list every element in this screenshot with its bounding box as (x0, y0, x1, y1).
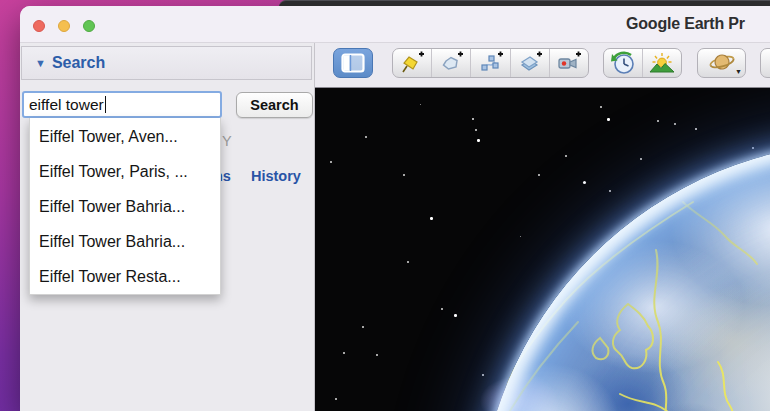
suggestion-item[interactable]: Eiffel Tower Resta... (30, 259, 220, 294)
star (420, 104, 421, 105)
partial-toolbar-group (760, 48, 770, 78)
suggestion-item[interactable]: Eiffel Tower Bahria... (30, 189, 220, 224)
star (430, 217, 433, 220)
historical-imagery-button[interactable] (604, 49, 642, 77)
camcorder-icon (556, 51, 582, 75)
star (640, 158, 642, 160)
star (565, 155, 567, 157)
image-overlay-icon (517, 51, 543, 75)
obscured-text-fragment: Y (222, 133, 232, 149)
add-placemark-button[interactable] (393, 49, 431, 77)
main-content: ▼ (315, 43, 770, 411)
sunlight-button[interactable] (642, 49, 681, 77)
path-icon (478, 51, 504, 75)
star (520, 236, 521, 237)
star (362, 326, 364, 328)
star (607, 118, 610, 121)
search-button[interactable]: Search (236, 92, 313, 118)
star (343, 352, 345, 354)
add-polygon-button[interactable] (431, 49, 470, 77)
country-borders-lines (478, 142, 770, 411)
minimize-window-button[interactable] (58, 20, 70, 32)
star (475, 129, 477, 131)
add-image-overlay-button[interactable] (510, 49, 549, 77)
imagery-tools-group (603, 48, 682, 78)
star (657, 120, 659, 122)
star (600, 106, 602, 108)
suggestion-item[interactable]: Eiffel Tower, Aven... (30, 119, 220, 154)
dropdown-arrow-icon: ▼ (735, 68, 742, 75)
search-input[interactable]: eiffel tower (22, 91, 222, 118)
search-suggestions: Eiffel Tower, Aven...Eiffel Tower, Paris… (29, 118, 221, 295)
suggestion-item[interactable]: Eiffel Tower, Paris, ... (30, 154, 220, 189)
star (454, 314, 457, 317)
star (482, 374, 484, 376)
search-panel-title: Search (52, 54, 105, 72)
saturn-icon (707, 50, 737, 76)
star (330, 161, 332, 163)
star (335, 398, 337, 400)
search-panel-header[interactable]: ▼ Search (21, 46, 312, 80)
history-link[interactable]: History (251, 168, 301, 184)
switch-planet-button[interactable]: ▼ (698, 49, 745, 77)
star (376, 354, 378, 356)
suggestion-item[interactable]: Eiffel Tower Bahria... (30, 224, 220, 259)
pushpin-icon (399, 51, 425, 75)
polygon-icon (438, 51, 464, 75)
text-caret (105, 96, 107, 113)
star (609, 190, 611, 192)
app-window: Google Earth Pr ▼ Search Y ns History ei… (20, 6, 770, 411)
zoom-window-button[interactable] (83, 20, 95, 32)
clipped-toolbar-button[interactable] (761, 49, 770, 77)
titlebar: Google Earth Pr (20, 6, 770, 43)
sunrise-icon (649, 51, 675, 75)
search-input-value: eiffel tower (29, 96, 104, 114)
toggle-sidebar-button[interactable] (333, 48, 373, 78)
close-window-button[interactable] (33, 20, 45, 32)
star (477, 139, 480, 142)
star (752, 147, 754, 149)
star (695, 128, 697, 130)
collapse-triangle-icon[interactable]: ▼ (35, 57, 46, 69)
clock-history-icon (610, 50, 636, 76)
creation-tools-group (392, 48, 589, 78)
window-title: Google Earth Pr (626, 15, 745, 33)
toolbar: ▼ (315, 43, 770, 88)
star (441, 308, 443, 310)
star (674, 123, 676, 125)
star (472, 118, 474, 120)
star (538, 174, 540, 176)
earth-viewport[interactable] (315, 88, 770, 411)
star (407, 261, 409, 263)
add-path-button[interactable] (470, 49, 509, 77)
record-tour-button[interactable] (549, 49, 588, 77)
planet-tools-group: ▼ (697, 48, 746, 78)
star (583, 181, 586, 184)
search-links-row: ns History (214, 168, 301, 184)
star (403, 174, 405, 176)
search-sidebar: ▼ Search Y ns History eiffel tower Searc… (20, 43, 315, 411)
desktop: { "window": { "title": "Google Earth Pr"… (0, 0, 770, 411)
star (365, 136, 367, 138)
earth-globe[interactable] (478, 142, 770, 411)
panel-layout-icon (341, 53, 365, 73)
